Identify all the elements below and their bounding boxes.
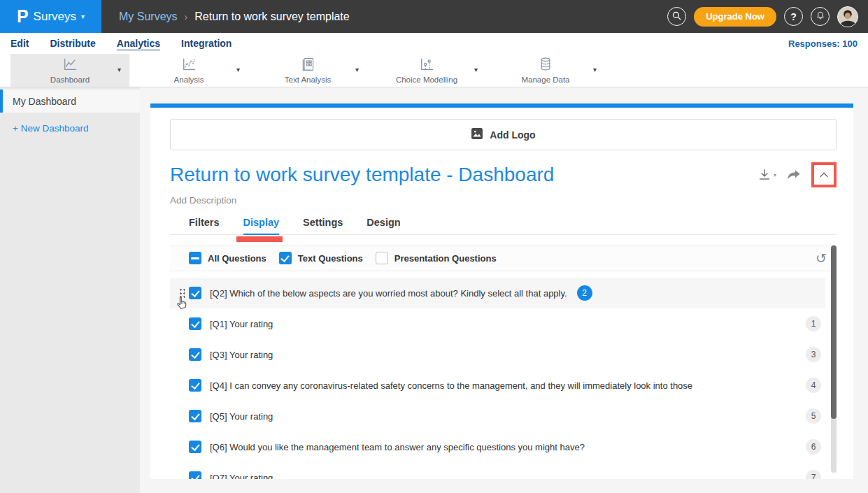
- dashboard-title[interactable]: Return to work survey template - Dashboa…: [170, 164, 554, 186]
- question-filter-row: All Questions Text Questions Presentatio…: [170, 245, 837, 271]
- question-checkbox[interactable]: [189, 287, 201, 299]
- reset-icon[interactable]: ↺: [816, 252, 827, 265]
- caret-down-icon[interactable]: ▾: [236, 66, 240, 73]
- question-list: [Q2] Which of the below aspects are you …: [170, 278, 825, 479]
- tab-display[interactable]: Display: [243, 217, 280, 234]
- nav-item-integration[interactable]: Integration: [181, 38, 232, 49]
- survey-nav: Edit Distribute Analytics Integration Re…: [0, 33, 868, 54]
- question-text: [Q5] Your rating: [210, 411, 273, 422]
- tab-label: Display: [243, 217, 280, 228]
- tab-settings[interactable]: Settings: [303, 217, 343, 234]
- question-number-badge: 7: [806, 470, 821, 479]
- image-icon: [471, 127, 483, 143]
- question-text: [Q4] I can convey any coronavirus-relate…: [210, 380, 692, 391]
- filter-label: All Questions: [208, 253, 266, 264]
- question-row-q3[interactable]: [Q3] Your rating 3: [170, 339, 825, 370]
- help-button[interactable]: ?: [784, 7, 803, 26]
- toolbar-item-dashboard[interactable]: Dashboard ▾: [10, 54, 129, 87]
- filter-label: Presentation Questions: [394, 253, 497, 264]
- caret-down-icon[interactable]: ▾: [474, 66, 478, 73]
- question-row-q7[interactable]: [Q7] Your rating 7: [170, 462, 825, 479]
- toolbar-item-text-analysis[interactable]: Text Analysis ▾: [248, 54, 367, 87]
- product-switcher[interactable]: P Surveys ▾: [0, 0, 101, 33]
- caret-down-icon: ▾: [81, 13, 85, 20]
- toolbar-item-label: Manage Data: [521, 76, 569, 84]
- question-row-q6[interactable]: [Q6] Would you like the management team …: [170, 431, 825, 462]
- text-questions-checkbox[interactable]: [279, 252, 292, 264]
- breadcrumb-my-surveys[interactable]: My Surveys: [119, 10, 178, 23]
- add-logo-label: Add Logo: [490, 129, 535, 141]
- scrollbar-thumb[interactable]: [831, 245, 837, 419]
- filter-text-questions[interactable]: Text Questions: [279, 252, 363, 264]
- question-text: [Q6] Would you like the management team …: [210, 442, 585, 452]
- caret-down-icon[interactable]: ▾: [593, 66, 597, 73]
- caret-down-icon[interactable]: ▾: [118, 66, 121, 73]
- presentation-questions-checkbox[interactable]: [376, 252, 388, 264]
- questionpro-logo-icon: P: [17, 8, 29, 25]
- top-bar: P Surveys ▾ My Surveys › Return to work …: [0, 0, 868, 33]
- breadcrumb: My Surveys › Return to work survey templ…: [119, 10, 350, 23]
- top-bar-actions: Upgrade Now ?: [667, 6, 868, 27]
- toolbar-item-label: Dashboard: [50, 76, 90, 84]
- question-number-badge: 5: [806, 408, 821, 424]
- question-row-q5[interactable]: [Q5] Your rating 5: [170, 401, 825, 431]
- question-row-q1[interactable]: [Q1] Your rating 1: [170, 308, 825, 339]
- sidebar-item-my-dashboard[interactable]: My Dashboard: [0, 90, 140, 113]
- question-row-q4[interactable]: [Q4] I can convey any coronavirus-relate…: [170, 370, 825, 401]
- nav-item-distribute[interactable]: Distribute: [50, 38, 95, 49]
- question-number-badge: 2: [577, 285, 592, 301]
- question-text: [Q1] Your rating: [210, 319, 273, 329]
- choice-modelling-icon: [419, 57, 434, 74]
- database-icon: [539, 57, 553, 74]
- toolbar-item-label: Text Analysis: [285, 76, 331, 84]
- caret-down-icon[interactable]: ▾: [355, 66, 359, 73]
- notifications-button[interactable]: [811, 7, 830, 26]
- add-logo-dropzone[interactable]: Add Logo: [170, 119, 837, 150]
- toolbar-item-analysis[interactable]: Analysis ▾: [129, 54, 248, 87]
- question-checkbox[interactable]: [189, 317, 201, 330]
- scrollbar-track[interactable]: [831, 245, 837, 473]
- search-button[interactable]: [667, 7, 686, 26]
- question-mark-icon: ?: [790, 11, 797, 22]
- drag-handle-icon[interactable]: [179, 288, 185, 299]
- question-checkbox[interactable]: [189, 441, 201, 453]
- title-actions: ▾: [757, 162, 837, 187]
- tab-label: Filters: [189, 217, 220, 228]
- question-row-q2[interactable]: [Q2] Which of the below aspects are you …: [170, 278, 825, 308]
- add-description-field[interactable]: Add Description: [170, 195, 837, 206]
- dashboard-tabs: Filters Display Settings Design: [170, 217, 837, 235]
- question-text: [Q2] Which of the below aspects are you …: [210, 288, 567, 299]
- question-checkbox[interactable]: [189, 379, 201, 392]
- new-dashboard-button[interactable]: + New Dashboard: [0, 123, 140, 134]
- breadcrumb-current-survey: Return to work survey template: [194, 10, 349, 23]
- tab-design[interactable]: Design: [367, 217, 400, 234]
- question-checkbox[interactable]: [189, 471, 201, 479]
- filter-all-questions[interactable]: All Questions: [189, 252, 266, 264]
- user-avatar[interactable]: [837, 6, 858, 27]
- main-area: Add Logo Return to work survey template …: [140, 87, 868, 493]
- filter-presentation-questions[interactable]: Presentation Questions: [376, 252, 497, 264]
- dashboard-sidebar: My Dashboard + New Dashboard: [0, 87, 140, 493]
- question-checkbox[interactable]: [189, 410, 201, 422]
- tab-label: Design: [367, 217, 400, 228]
- toolbar-item-choice-modelling[interactable]: Choice Modelling ▾: [367, 54, 486, 87]
- all-questions-checkbox[interactable]: [189, 252, 201, 264]
- collapse-panel-button-highlighted[interactable]: [811, 162, 837, 187]
- analysis-chart-icon: [181, 57, 197, 74]
- red-highlight-bar: [236, 236, 283, 242]
- analytics-toolbar: Dashboard ▾ Analysis ▾ Text Analysis ▾ C…: [0, 54, 868, 87]
- toolbar-item-label: Choice Modelling: [396, 76, 457, 84]
- toolbar-item-manage-data[interactable]: Manage Data ▾: [486, 54, 605, 87]
- upgrade-now-button[interactable]: Upgrade Now: [694, 7, 776, 27]
- responses-count[interactable]: Responses: 100: [788, 38, 868, 49]
- question-checkbox[interactable]: [189, 348, 201, 361]
- download-button[interactable]: ▾: [757, 167, 776, 183]
- nav-item-edit[interactable]: Edit: [10, 38, 29, 49]
- tab-filters[interactable]: Filters: [189, 217, 220, 234]
- app-screen: P Surveys ▾ My Surveys › Return to work …: [0, 0, 868, 493]
- question-text: [Q7] Your rating: [210, 473, 273, 480]
- question-number-badge: 4: [806, 378, 821, 393]
- nav-item-analytics[interactable]: Analytics: [117, 38, 160, 49]
- question-text: [Q3] Your rating: [210, 350, 273, 360]
- share-button[interactable]: [786, 168, 802, 182]
